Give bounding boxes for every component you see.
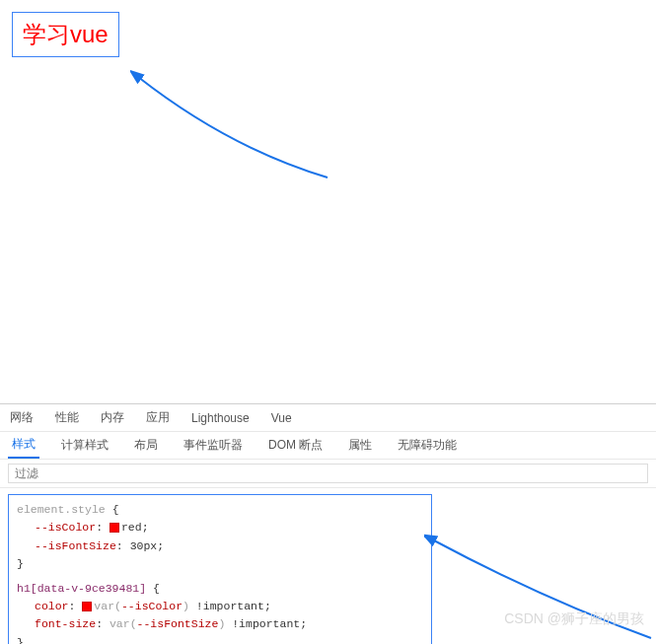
tab-application[interactable]: 应用 <box>144 409 172 426</box>
prop-name: color <box>35 600 69 612</box>
annotation-arrow-1 <box>130 69 347 187</box>
prop-value: red <box>121 521 142 534</box>
subtab-properties[interactable]: 属性 <box>344 432 376 459</box>
tab-network[interactable]: 网络 <box>8 409 36 426</box>
subtab-styles[interactable]: 样式 <box>8 432 39 459</box>
tab-lighthouse[interactable]: Lighthouse <box>189 411 252 425</box>
watermark: CSDN @狮子座的男孩 <box>504 610 644 628</box>
brace-close: } <box>17 557 24 570</box>
color-swatch-icon[interactable] <box>109 523 119 533</box>
prop-name: font-size <box>35 617 96 630</box>
rule2-prop-1[interactable]: color: var(--isColor) !important; <box>17 598 423 615</box>
prop-value: 30px <box>130 539 158 552</box>
rule1-prop-1[interactable]: --isColor: red; <box>17 519 423 537</box>
tab-memory[interactable]: 内存 <box>99 409 126 426</box>
brace-close: } <box>17 636 24 644</box>
prop-name: --isFontSize <box>35 539 116 552</box>
rendered-page: 学习vue <box>0 0 656 403</box>
devtools-main-tabs: 网络 性能 内存 应用 Lighthouse Vue <box>0 404 656 432</box>
rule2-selector: h1[data-v-9ce39481] <box>17 582 146 595</box>
subtab-accessibility[interactable]: 无障碍功能 <box>394 432 461 459</box>
rule-1[interactable]: element.style { --isColor: red; --isFont… <box>17 501 423 574</box>
subtab-layout[interactable]: 布局 <box>130 432 162 459</box>
rule1-prop-2[interactable]: --isFontSize: 30px; <box>17 537 423 555</box>
devtools-panel: 网络 性能 内存 应用 Lighthouse Vue 样式 计算样式 布局 事件… <box>0 403 656 644</box>
brace-open: { <box>153 582 160 595</box>
css-rules-highlight: element.style { --isColor: red; --isFont… <box>8 494 432 644</box>
devtools-sub-tabs: 样式 计算样式 布局 事件监听器 DOM 断点 属性 无障碍功能 <box>0 432 656 460</box>
heading-box: 学习vue <box>12 12 119 57</box>
styles-filter-row <box>0 460 656 488</box>
color-swatch-icon[interactable] <box>82 602 92 611</box>
brace-open: { <box>112 503 119 516</box>
rule-2[interactable]: h1[data-v-9ce39481] { color: var(--isCol… <box>17 580 423 644</box>
rule1-selector: element.style <box>17 503 106 516</box>
subtab-dom-breakpoints[interactable]: DOM 断点 <box>264 432 327 459</box>
styles-filter-input[interactable] <box>8 464 648 483</box>
subtab-event-listeners[interactable]: 事件监听器 <box>180 432 247 459</box>
heading-text: 学习vue <box>23 21 109 47</box>
prop-name: --isColor <box>35 521 96 534</box>
subtab-computed[interactable]: 计算样式 <box>57 432 112 459</box>
tab-performance[interactable]: 性能 <box>53 409 81 426</box>
rule2-prop-2[interactable]: font-size: var(--isFontSize) !important; <box>17 615 423 633</box>
tab-vue[interactable]: Vue <box>269 411 294 425</box>
